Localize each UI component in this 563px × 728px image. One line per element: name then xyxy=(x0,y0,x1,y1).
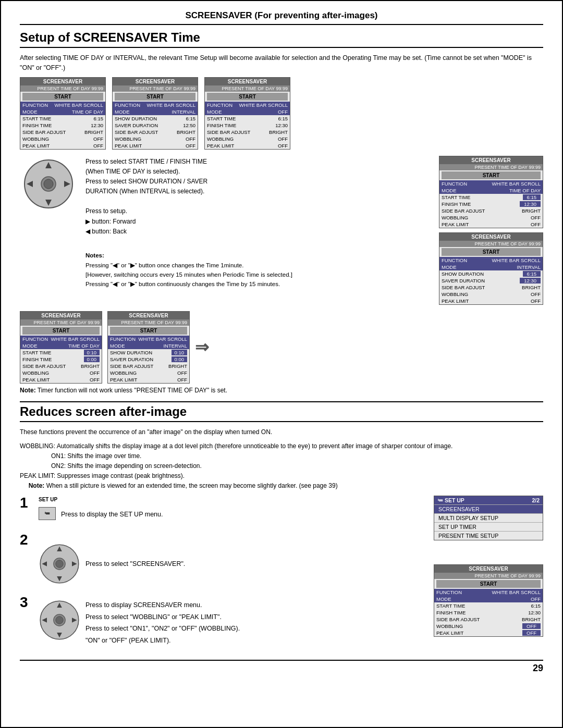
bottom-panel-a-mode-label: MODE xyxy=(22,343,38,349)
dial-svg-2 xyxy=(39,543,80,585)
ss-panel-2-mode-label: MODE xyxy=(115,109,130,115)
final-ss-panel-wobbling-row: WOBBLING OFF xyxy=(434,623,543,630)
dial-instruction-6: ▶ button: Forward xyxy=(85,217,431,227)
ss-panel-2-mode-row: MODE INTERVAL xyxy=(113,108,198,115)
step-3-number: 3 xyxy=(20,595,39,610)
dial-area-1 xyxy=(20,156,77,305)
right-panel-top-peak-row: PEAK LIMIT OFF xyxy=(439,221,543,228)
final-ss-panel-fn-row: FUNCTION WHITE BAR SCROLL xyxy=(434,589,543,596)
step-3-content: Press to display SCREENSAVER menu. Press… xyxy=(39,595,429,646)
right-panel-bottom-mode-val: INTERVAL xyxy=(517,264,541,270)
final-ss-panel-mode-row: MODE OFF xyxy=(434,596,543,602)
ss-panel-1-finishtime-val: 12:30 xyxy=(91,122,103,128)
bottom-panel-a-peak-val: OFF xyxy=(90,377,100,382)
bottom-panel-a-present: PRESENT TIME OF DAY 99:99 xyxy=(20,319,102,326)
right-panel-top-wobbling-label: WOBBLING xyxy=(442,215,468,220)
step-2-number: 2 xyxy=(20,533,39,547)
intro-text: After selecting TIME OF DAY or INTERVAL,… xyxy=(20,53,543,73)
section2-title: Reduces screen after-image xyxy=(20,401,543,422)
final-ss-panel-fn-label: FUNCTION xyxy=(436,589,462,595)
step-1-icon-row: SET UP xyxy=(39,496,429,505)
ss-panel-1: SCREENSAVER PRESENT TIME OF DAY 99:99 ST… xyxy=(20,77,106,150)
ss-panel-2: SCREENSAVER PRESENT TIME OF DAY 99:99 ST… xyxy=(112,77,198,150)
ss-panel-2-saver-row: SAVER DURATION 12:50 xyxy=(113,122,198,129)
ss-panel-2-sidebar-row: SIDE BAR ADJUST BRIGHT xyxy=(113,129,198,135)
bottom-panel-b-header: SCREENSAVER xyxy=(108,312,189,319)
final-ss-panel-starttime-row: START TIME 6:15 xyxy=(434,602,543,609)
reduces-body2: WOBBLING: Automatically shifts the displ… xyxy=(20,441,543,491)
bottom-panel-a-fn-label: FUNCTION xyxy=(22,336,48,342)
ss-panel-3-sidebar-row: SIDE BAR ADJUST BRIGHT xyxy=(205,129,290,135)
ss-panel-1-peak-label: PEAK LIMIT xyxy=(22,143,50,149)
dial-instruction-1: Press to select START TIME / FINISH TIME xyxy=(85,157,431,167)
right-panel-top-starttime-val: 6:15 xyxy=(523,194,541,200)
right-panel-top-peak-val: OFF xyxy=(531,221,541,227)
ss-panel-2-sidebar-val: BRIGHT xyxy=(177,129,195,135)
bottom-panel-a-mode-val: TIME OF DAY xyxy=(68,343,100,349)
ss-panel-3-peak-val: OFF xyxy=(278,143,288,149)
right-panel-top-mode-val: TIME OF DAY xyxy=(509,188,541,193)
note-label: Note: xyxy=(20,387,36,394)
ss-panel-2-peak-val: OFF xyxy=(186,143,195,149)
ss-panel-1-header: SCREENSAVER xyxy=(20,78,105,85)
right-panel-top-mode-label: MODE xyxy=(442,188,457,193)
ss-panel-3-starttime-row: START TIME 6:15 xyxy=(205,115,290,122)
bottom-panel-a-header: SCREENSAVER xyxy=(20,312,102,319)
bottom-panel-a-starttime-row: START TIME 0:10 xyxy=(20,349,102,356)
right-panel-top-wobbling-row: WOBBLING OFF xyxy=(439,214,543,221)
ss-panel-1-sidebar-label: SIDE BAR ADJUST xyxy=(22,129,66,135)
ss-panel-3-mode-val: OFF xyxy=(278,109,288,115)
setup-menu-item-1: SCREENSAVER xyxy=(434,504,543,513)
final-ss-panel-peak-row: PEAK LIMIT OFF xyxy=(434,630,543,636)
ss-panel-2-show-label: SHOW DURATION xyxy=(115,116,157,121)
right-panel-top-header: SCREENSAVER xyxy=(439,156,543,164)
dial-instruction-4: DURATION (When INTERVAL is selected). xyxy=(85,187,431,196)
bottom-panel-b-sidebar-row: SIDE BAR ADJUST BRIGHT xyxy=(108,363,189,369)
right-panel-bottom-peak-val: OFF xyxy=(531,298,541,304)
bottom-panel-a-wobbling-label: WOBBLING xyxy=(22,370,49,376)
right-panel-bottom-mode-label: MODE xyxy=(442,264,457,270)
ss-panel-2-start: START xyxy=(115,93,195,101)
svg-point-16 xyxy=(56,616,63,624)
ss-panel-3-sidebar-label: SIDE BAR ADJUST xyxy=(207,129,250,135)
ss-panel-2-sidebar-label: SIDE BAR ADJUST xyxy=(115,129,158,135)
bottom-panel-a-starttime-label: START TIME xyxy=(22,350,51,355)
final-ss-panel-peak-val: OFF xyxy=(522,630,541,636)
final-ss-panel-finishtime-label: FINISH TIME xyxy=(436,610,466,615)
bottom-panel-b-wobbling-val: OFF xyxy=(177,370,187,376)
ss-panel-3-finishtime-label: FINISH TIME xyxy=(207,122,236,128)
dial-svg-3 xyxy=(39,599,80,641)
ss-panel-1-function-label: FUNCTION xyxy=(22,102,48,108)
ss-panel-1-peak-row: PEAK LIMIT OFF xyxy=(20,142,105,149)
bottom-panel-b-wobbling-row: WOBBLING OFF xyxy=(108,369,189,376)
step-3-text4: "ON" or "OFF" (PEAK LIMIT). xyxy=(85,635,240,647)
ss-panels-row: SCREENSAVER PRESENT TIME OF DAY 99:99 ST… xyxy=(20,77,543,150)
right-panel-bottom-saver-row: SAVER DURATION 12:30 xyxy=(439,277,543,284)
ss-panel-2-wobbling-label: WOBBLING xyxy=(115,136,141,142)
ss-panel-3-peak-row: PEAK LIMIT OFF xyxy=(205,142,290,149)
right-panel-top-mode-row: MODE TIME OF DAY xyxy=(439,187,543,194)
right-panel-bottom-header: SCREENSAVER xyxy=(439,233,543,241)
bottom-panel-a-fn-row: FUNCTION WHITE BAR SCROLL xyxy=(20,336,102,342)
final-ss-panel-finishtime-val: 12:30 xyxy=(528,610,541,615)
notes-section: Notes: Pressing "◀" or "▶" button once c… xyxy=(85,251,431,289)
ss-panel-3-wobbling-row: WOBBLING OFF xyxy=(205,135,290,142)
ss-panel-1-wobbling-val: OFF xyxy=(93,136,103,142)
right-panel-top-fn-row: FUNCTION WHITE BAR SCROLL xyxy=(439,180,543,187)
page-number: 29 xyxy=(20,660,543,674)
setup-menu-box: ≔ SET UP 2/2 SCREENSAVER MULTI DISPLAY S… xyxy=(434,496,543,540)
bottom-panel-b-mode-label: MODE xyxy=(110,343,125,349)
ss-panel-3-starttime-label: START TIME xyxy=(207,116,236,121)
setup-menu-item-4: PRESENT TIME SETUP xyxy=(434,531,543,540)
bottom-panel-b-fn-label: FUNCTION xyxy=(110,336,136,342)
notes-title: Notes: xyxy=(85,252,104,258)
final-ss-panel-present: PRESENT TIME OF DAY 99:99 xyxy=(434,573,543,579)
right-panel-bottom-show-val: 6:15 xyxy=(523,271,541,277)
final-ss-panel-finishtime-row: FINISH TIME 12:30 xyxy=(434,609,543,616)
bottom-panel-b-show-label: SHOW DURATION xyxy=(110,350,152,355)
ss-panel-3-starttime-val: 6:15 xyxy=(278,116,288,121)
dial-svg-1 xyxy=(22,158,75,210)
bottom-panel-a-start: START xyxy=(22,327,100,335)
right-panel-bottom-mode-row: MODE INTERVAL xyxy=(439,264,543,270)
setup-menu-header: ≔ SET UP 2/2 xyxy=(434,496,543,504)
